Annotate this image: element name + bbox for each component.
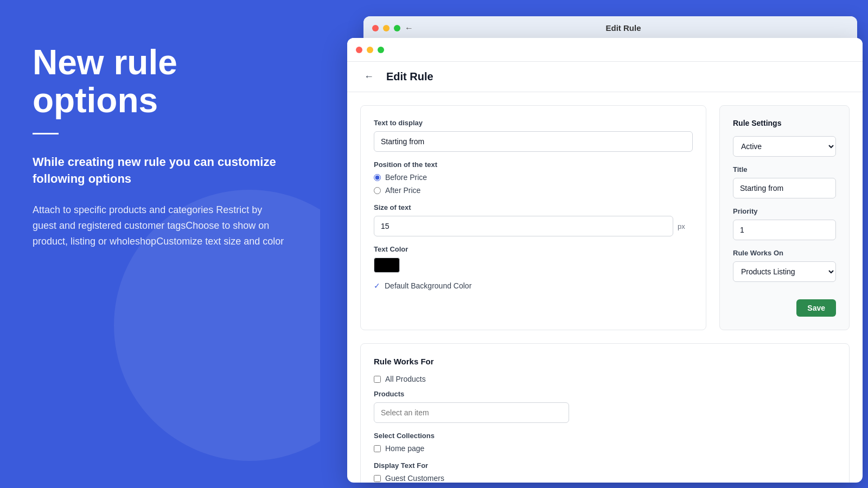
rule-works-on-field: Rule Works On Products Listing Product P… (733, 249, 836, 282)
size-row: px (374, 216, 693, 236)
guest-field[interactable]: Guest Customers (374, 474, 836, 483)
before-price-label: Before Price (385, 173, 427, 182)
title-input[interactable] (733, 178, 836, 198)
priority-input[interactable] (733, 220, 836, 240)
window-header: ← Edit Rule (347, 62, 863, 92)
all-products-checkbox[interactable] (374, 376, 381, 383)
bg-dot-green (394, 25, 400, 31)
position-field: Position of the text Before Price After … (374, 160, 693, 195)
priority-label: Priority (733, 207, 836, 215)
window-chrome (347, 38, 863, 62)
top-section: Text to display Position of the text Bef… (360, 105, 850, 330)
after-price-radio[interactable] (374, 187, 381, 194)
after-price-label: After Price (385, 186, 420, 195)
px-unit: px (678, 222, 693, 230)
left-panel: New rule options While creating new rule… (0, 0, 320, 488)
products-field: Products (374, 390, 836, 423)
home-page-field[interactable]: Home page (374, 444, 836, 453)
size-input[interactable] (374, 216, 673, 236)
text-color-label: Text Color (374, 245, 693, 253)
chrome-dot-red[interactable] (356, 47, 362, 53)
position-label: Position of the text (374, 160, 693, 169)
products-label: Products (374, 390, 836, 398)
rule-settings-panel: Rule Settings Active Inactive Title Prio… (719, 105, 850, 330)
size-label: Size of text (374, 203, 693, 211)
all-products-field[interactable]: All Products (374, 375, 836, 383)
right-panel: ← Edit Rule ← Edit Rule Text to display (320, 0, 868, 488)
after-price-option[interactable]: After Price (374, 186, 693, 195)
text-to-display-input[interactable] (374, 131, 693, 152)
before-price-radio[interactable] (374, 174, 381, 181)
default-bg-check-icon: ✓ (374, 281, 380, 290)
color-preview[interactable] (374, 258, 400, 273)
guest-checkbox[interactable] (374, 475, 381, 482)
title-label: Title (733, 165, 836, 174)
home-page-label: Home page (385, 444, 424, 453)
text-to-display-label: Text to display (374, 119, 693, 127)
guest-label: Guest Customers (385, 474, 444, 483)
window-content: Text to display Position of the text Bef… (347, 92, 863, 483)
text-color-field: Text Color (374, 245, 693, 273)
size-field: Size of text px (374, 203, 693, 236)
bottom-section: Rule Works For All Products Products Sel… (360, 343, 850, 483)
text-to-display-field: Text to display (374, 119, 693, 152)
subtitle: While creating new rule you can customiz… (33, 154, 288, 188)
rule-works-on-select[interactable]: Products Listing Product Page Whole Shop (733, 261, 836, 282)
collections-label: Select Collections (374, 432, 836, 440)
chrome-dot-yellow[interactable] (367, 47, 373, 53)
display-for-label: Display Text For (374, 461, 836, 470)
main-window: ← Edit Rule Text to display Position of … (347, 38, 863, 483)
home-page-checkbox[interactable] (374, 445, 381, 452)
rule-works-for-title: Rule Works For (374, 357, 836, 366)
page-title: Edit Rule (386, 70, 433, 83)
default-bg-row[interactable]: ✓ Default Background Color (374, 281, 693, 290)
bg-back-icon: ← (405, 23, 413, 33)
bg-dot-red (372, 25, 379, 31)
collections-field: Select Collections Home page (374, 432, 836, 453)
save-area: Save (733, 291, 836, 317)
priority-field: Priority (733, 207, 836, 240)
bg-window-title: Edit Rule (418, 23, 829, 33)
title-field: Title (733, 165, 836, 198)
rule-works-on-label: Rule Works On (733, 249, 836, 257)
bg-dot-yellow (383, 25, 390, 31)
all-products-label: All Products (385, 375, 426, 383)
rule-settings-title: Rule Settings (733, 119, 836, 127)
back-button[interactable]: ← (360, 68, 378, 86)
chrome-dot-green[interactable] (378, 47, 384, 53)
default-bg-label: Default Background Color (385, 281, 471, 290)
status-field: Active Inactive (733, 136, 836, 157)
body-text: Attach to specific products and categori… (33, 202, 288, 249)
divider (33, 133, 59, 134)
display-for-field: Display Text For Guest Customers Registe… (374, 461, 836, 483)
form-left: Text to display Position of the text Bef… (360, 105, 706, 330)
products-search-input[interactable] (374, 402, 569, 423)
bg-window-chrome: ← Edit Rule (363, 16, 857, 40)
status-select[interactable]: Active Inactive (733, 136, 836, 157)
save-button[interactable]: Save (796, 299, 836, 317)
before-price-option[interactable]: Before Price (374, 173, 693, 182)
hero-title: New rule options (33, 43, 288, 120)
